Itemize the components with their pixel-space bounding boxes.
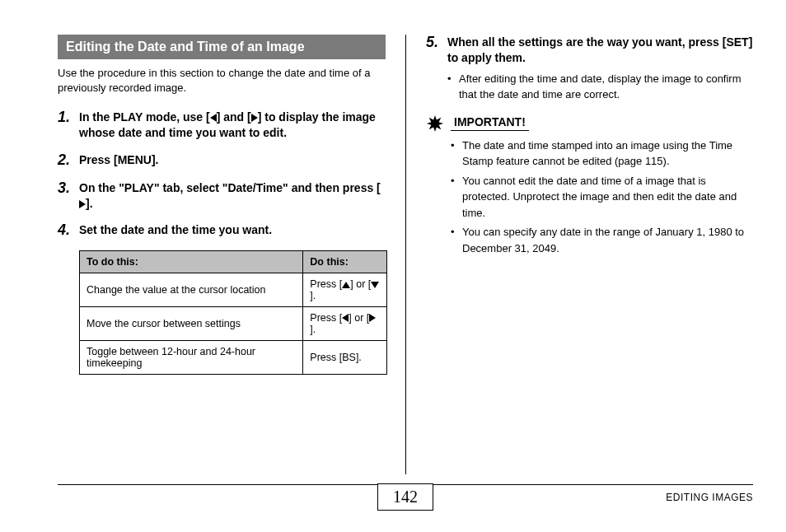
table-cell: Press [BS]. <box>303 341 387 375</box>
svg-marker-0 <box>427 115 443 132</box>
triangle-down-icon <box>371 282 379 288</box>
intro-text: Use the procedure in this section to cha… <box>58 66 386 95</box>
step-4: 4. Set the date and the time you want. <box>58 222 386 239</box>
step-text: When all the settings are the way you wa… <box>447 35 752 64</box>
step-number: 5. <box>426 35 447 103</box>
step-sub-bullet: After editing the time and date, display… <box>447 71 753 103</box>
page-content: Editing the Date and Time of an Image Us… <box>58 35 753 474</box>
cell-text: Press [ <box>310 278 342 290</box>
step-number: 3. <box>58 180 79 212</box>
section-title: Editing the Date and Time of an Image <box>58 35 386 59</box>
note-item: The date and time stamped into an image … <box>451 138 753 170</box>
table-header: Do this: <box>303 251 387 273</box>
step-body: Press [MENU]. <box>79 152 158 169</box>
left-column: Editing the Date and Time of an Image Us… <box>58 35 405 474</box>
table-row: Change the value at the cursor location … <box>80 273 387 307</box>
important-notes: The date and time stamped into an image … <box>451 138 753 257</box>
important-heading: IMPORTANT! <box>426 114 753 133</box>
step-number: 1. <box>58 110 79 141</box>
table-cell: Change the value at the cursor location <box>80 273 303 307</box>
step-number: 2. <box>58 152 79 169</box>
cell-text: ]. <box>310 324 316 335</box>
step-3: 3. On the "PLAY" tab, select "Date/Time"… <box>58 180 386 212</box>
step-text-mid: ] and [ <box>217 110 251 124</box>
step-2: 2. Press [MENU]. <box>58 152 386 169</box>
table-cell: Toggle between 12-hour and 24-hour timek… <box>80 341 303 375</box>
cell-text: ]. <box>310 290 316 301</box>
step-body: In the PLAY mode, use [] and [] to displ… <box>79 110 386 141</box>
footer-section-label: EDITING IMAGES <box>666 492 753 503</box>
cell-text: ] or [ <box>350 278 371 290</box>
step-body: When all the settings are the way you wa… <box>447 35 753 103</box>
right-column: 5. When all the settings are the way you… <box>405 35 753 474</box>
table-row: Toggle between 12-hour and 24-hour timek… <box>80 341 387 375</box>
step-body: Set the date and the time you want. <box>79 222 272 239</box>
table-header-row: To do this: Do this: <box>80 251 387 273</box>
important-label: IMPORTANT! <box>451 115 529 131</box>
triangle-left-icon <box>210 114 217 122</box>
step-body: On the "PLAY" tab, select "Date/Time" an… <box>79 180 386 212</box>
step-number: 4. <box>58 222 79 239</box>
triangle-right-icon <box>79 200 86 208</box>
page-footer: 142 EDITING IMAGES <box>58 484 753 517</box>
table-cell: Move the cursor between settings <box>80 307 303 341</box>
table-header: To do this: <box>80 251 303 273</box>
cell-text: ] or [ <box>349 312 369 324</box>
table-row: Move the cursor between settings Press [… <box>80 307 387 341</box>
step-text-post: ]. <box>86 197 93 210</box>
step-sub-bullets: After editing the time and date, display… <box>447 71 753 103</box>
triangle-right-icon <box>251 114 258 122</box>
step-text-pre: On the "PLAY" tab, select "Date/Time" an… <box>79 181 381 194</box>
instruction-table: To do this: Do this: Change the value at… <box>79 250 387 375</box>
step-text-pre: In the PLAY mode, use [ <box>79 110 210 124</box>
table-cell: Press [] or []. <box>303 273 387 307</box>
triangle-right-icon <box>369 314 376 322</box>
page-number: 142 <box>377 483 433 511</box>
cell-text: Press [ <box>310 312 342 324</box>
starburst-icon <box>426 114 444 133</box>
note-item: You cannot edit the date and time of a i… <box>451 173 753 222</box>
step-1: 1. In the PLAY mode, use [] and [] to di… <box>58 110 386 141</box>
note-item: You can specify any date in the range of… <box>451 224 753 256</box>
table-cell: Press [] or []. <box>303 307 387 341</box>
triangle-up-icon <box>342 282 350 288</box>
step-5: 5. When all the settings are the way you… <box>426 35 753 103</box>
